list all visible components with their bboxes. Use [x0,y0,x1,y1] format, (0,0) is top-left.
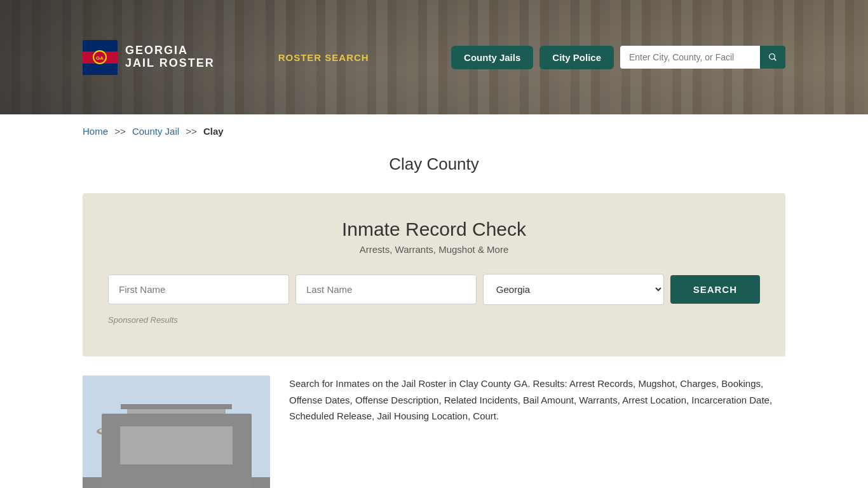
header-search-input[interactable] [620,46,760,69]
svg-rect-15 [102,433,104,477]
svg-rect-7 [108,426,245,488]
inmate-record-section: Inmate Record Check Arrests, Warrants, M… [83,193,785,356]
page-title: Clay County [0,154,868,174]
first-name-input[interactable] [108,274,289,304]
svg-rect-11 [187,439,207,455]
georgia-flag-icon: GA [83,40,118,75]
site-header: GA GEORGIA JAIL ROSTER ROSTER SEARCH Cou… [0,0,868,114]
svg-text:GA: GA [96,55,104,61]
svg-rect-6 [83,477,270,488]
county-jails-button[interactable]: County Jails [451,46,533,69]
svg-rect-5 [83,376,270,488]
last-name-input[interactable] [295,274,477,304]
svg-point-17 [99,429,107,433]
logo-title-line1: GEORGIA [125,44,215,57]
content-section: Search for Inmates on the Jail Roster in… [0,356,868,488]
state-select[interactable]: AlabamaAlaskaArizonaArkansasCaliforniaCo… [483,274,664,305]
search-icon [768,52,778,62]
city-police-button[interactable]: City Police [539,46,614,69]
logo-title-line2: JAIL ROSTER [125,57,215,70]
breadcrumb-sep2: >> [186,126,197,137]
svg-rect-13 [162,461,191,488]
page-title-section: Clay County [0,148,868,193]
building-illustration [83,376,270,488]
header-search-button[interactable] [760,46,785,69]
breadcrumb-county-jail[interactable]: County Jail [132,126,179,137]
breadcrumb-home[interactable]: Home [83,126,108,137]
svg-rect-8 [127,407,226,445]
logo-text: GEORGIA JAIL ROSTER [125,44,215,71]
inmate-record-subtitle: Arrests, Warrants, Mugshot & More [108,244,760,255]
header-search-box [620,46,785,69]
svg-rect-14 [121,404,232,409]
building-image [83,376,270,488]
logo-area: GA GEORGIA JAIL ROSTER [83,40,215,75]
content-description: Search for Inmates on the Jail Roster in… [289,376,785,424]
svg-rect-2 [83,64,118,75]
header-right: County Jails City Police [451,46,785,69]
svg-rect-12 [216,439,235,455]
svg-rect-10 [146,439,165,455]
roster-search-link[interactable]: ROSTER SEARCH [278,52,369,63]
sponsored-results: Sponsored Results [108,315,760,325]
inmate-record-title: Inmate Record Check [108,219,760,240]
svg-point-16 [97,428,109,435]
inmate-search-form: AlabamaAlaskaArizonaArkansasCaliforniaCo… [108,274,760,305]
breadcrumb-current: Clay [203,126,224,137]
breadcrumb: Home >> County Jail >> Clay [0,114,868,148]
svg-rect-9 [118,439,137,455]
inmate-search-button[interactable]: SEARCH [670,275,760,304]
breadcrumb-sep1: >> [114,126,126,137]
